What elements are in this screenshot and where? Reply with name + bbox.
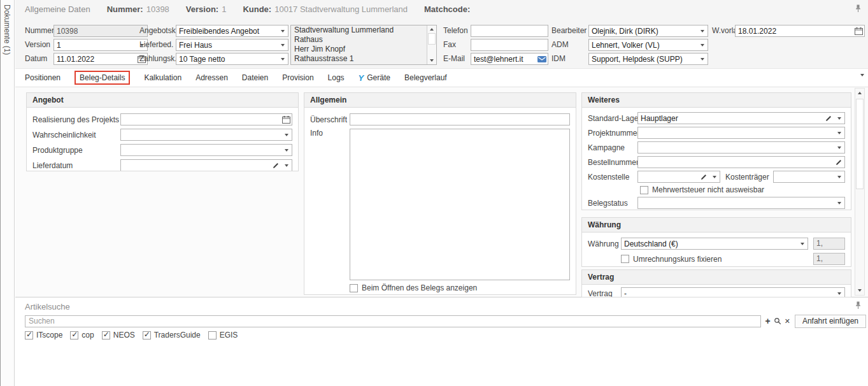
idm-dropdown-arrow[interactable]	[697, 54, 708, 64]
sidebar-item-dokumente[interactable]: Dokumente (1)	[1, 0, 15, 386]
calendar-icon[interactable]	[853, 25, 864, 36]
bearbeiter-dropdown-arrow[interactable]	[697, 25, 708, 36]
nummer-input[interactable]	[54, 25, 147, 36]
envelope-icon[interactable]	[536, 54, 548, 64]
address-scroll-track[interactable]	[427, 33, 436, 57]
tab-adressen[interactable]: Adressen	[196, 71, 228, 85]
source-tradersguide[interactable]: TradersGuide	[143, 331, 201, 340]
kostentraeger-combo[interactable]	[773, 171, 845, 183]
search-input[interactable]	[25, 315, 761, 327]
kostenstelle-dropdown-arrow[interactable]	[709, 171, 720, 182]
pencil-icon[interactable]	[270, 160, 281, 171]
belegstatus-combo[interactable]	[637, 197, 845, 209]
fixieren-checkbox[interactable]	[621, 255, 629, 263]
tab-logs[interactable]: Logs	[328, 71, 345, 85]
vertrag-combo[interactable]: -	[621, 287, 845, 297]
pencil-icon[interactable]	[833, 157, 844, 168]
lieferdatum-dropdown-arrow[interactable]	[281, 160, 292, 171]
standard-lager-combo[interactable]: Hauptlager	[637, 112, 845, 124]
adm-combo[interactable]: Lehnert, Volker (VL)	[588, 39, 708, 51]
datum-field[interactable]	[53, 53, 148, 65]
scroll-up-icon[interactable]	[855, 89, 864, 97]
tab-overflow-arrow[interactable]	[860, 76, 864, 85]
zahlungsk-combo[interactable]: 10 Tage netto	[176, 53, 288, 65]
source-egis[interactable]: EGIS	[208, 331, 238, 340]
wahrscheinlichkeit-combo[interactable]	[120, 129, 292, 141]
address-scrollbar[interactable]	[427, 25, 436, 64]
address-scroll-thumb[interactable]	[428, 33, 436, 45]
email-field[interactable]	[471, 53, 548, 65]
realisierung-input[interactable]	[121, 114, 280, 125]
scroll-down-icon[interactable]	[427, 57, 436, 64]
wahrscheinlichkeit-dropdown-arrow[interactable]	[281, 129, 292, 140]
anzeigen-checkbox[interactable]	[350, 284, 358, 292]
pencil-icon[interactable]	[698, 171, 709, 182]
content-scrollbar[interactable]	[855, 88, 865, 296]
pin-icon[interactable]	[855, 4, 861, 15]
mwst-checkbox[interactable]	[640, 186, 648, 194]
add-icon[interactable]: +	[765, 317, 771, 325]
info-textarea[interactable]	[350, 129, 570, 280]
clear-icon[interactable]: ✕	[785, 317, 790, 325]
customer-address-box[interactable]: Stadtverwaltung Lummerland Rathaus Herr …	[290, 25, 437, 65]
projektnummer-combo[interactable]	[637, 127, 845, 139]
email-input[interactable]	[471, 54, 536, 64]
tab-kalkulation[interactable]: Kalkulation	[144, 71, 181, 85]
pin-icon[interactable]	[855, 301, 861, 311]
tab-dateien[interactable]: Dateien	[242, 71, 268, 85]
produktgruppe-dropdown-arrow[interactable]	[281, 145, 292, 155]
waehrung-dropdown-arrow[interactable]	[797, 238, 808, 249]
angebotsk-combo[interactable]: Freibleibendes Angebot	[176, 25, 288, 37]
kampagne-dropdown-arrow[interactable]	[834, 142, 844, 153]
cop-checkbox[interactable]	[70, 331, 78, 340]
produktgruppe-combo[interactable]	[120, 144, 292, 156]
adm-dropdown-arrow[interactable]	[697, 39, 708, 50]
idm-combo[interactable]: Support, Helpdesk (SUPP)	[588, 53, 708, 65]
kostentraeger-dropdown-arrow[interactable]	[834, 171, 844, 182]
kampagne-combo[interactable]	[637, 141, 845, 154]
projektnummer-dropdown-arrow[interactable]	[834, 127, 844, 138]
tradersguide-checkbox[interactable]	[143, 331, 151, 340]
fax-input[interactable]	[471, 39, 548, 50]
tab-beleg-details[interactable]: Beleg-Details	[75, 71, 130, 85]
lieferbed-dropdown-arrow[interactable]	[278, 39, 288, 50]
wvorlage-input[interactable]	[736, 25, 853, 36]
bestellnummer-input[interactable]	[638, 157, 833, 168]
ueberschrift-input[interactable]	[350, 114, 569, 125]
kostenstelle-combo[interactable]	[637, 171, 720, 183]
waehrung-combo[interactable]: Deutschland (€)	[621, 238, 808, 250]
tab-positionen[interactable]: Positionen	[25, 71, 60, 85]
realisierung-field[interactable]	[120, 113, 292, 125]
lieferbed-combo[interactable]: Frei Haus	[176, 39, 288, 51]
zahlungsk-dropdown-arrow[interactable]	[278, 54, 288, 64]
bestellnummer-field[interactable]	[637, 156, 845, 168]
angebotsk-dropdown-arrow[interactable]	[278, 25, 288, 36]
tab-provision[interactable]: Provision	[282, 71, 313, 85]
telefon-input[interactable]	[471, 25, 548, 36]
source-itscope[interactable]: ITscope	[25, 331, 62, 340]
wvorlage-field[interactable]	[735, 25, 865, 37]
tab-belegverlauf[interactable]: Belegverlauf	[404, 71, 447, 85]
fax-field[interactable]	[471, 39, 548, 51]
search-icon[interactable]	[774, 317, 781, 325]
source-cop[interactable]: cop	[70, 331, 94, 340]
scroll-down-icon[interactable]	[855, 286, 864, 295]
content-scroll-track[interactable]	[855, 97, 864, 286]
datum-input[interactable]	[54, 54, 136, 64]
itscope-checkbox[interactable]	[25, 331, 33, 340]
neos-checkbox[interactable]	[102, 331, 110, 340]
source-neos[interactable]: NEOS	[102, 331, 135, 340]
egis-checkbox[interactable]	[208, 331, 217, 340]
belegstatus-dropdown-arrow[interactable]	[834, 197, 844, 208]
vertrag-dropdown-arrow[interactable]	[834, 288, 844, 297]
bearbeiter-combo[interactable]: Olejnik, Dirk (DIRK)	[588, 25, 708, 37]
tab-geraete[interactable]: Y Geräte	[359, 71, 390, 85]
calendar-icon[interactable]	[280, 114, 292, 125]
lieferdatum-combo[interactable]	[120, 159, 292, 171]
nummer-field[interactable]	[53, 25, 148, 37]
ueberschrift-field[interactable]	[350, 113, 570, 125]
anfahrt-einfuegen-button[interactable]: Anfahrt einfügen	[795, 315, 866, 328]
pencil-icon[interactable]	[823, 113, 834, 124]
telefon-field[interactable]	[471, 25, 548, 37]
standard-lager-dropdown-arrow[interactable]	[834, 113, 844, 124]
